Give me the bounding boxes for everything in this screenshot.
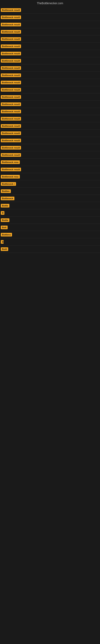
- list-item: Bottleneck result: [0, 166, 100, 173]
- bottleneck-badge: Bottleneck result: [1, 132, 21, 135]
- list-item: Bottleneck result: [0, 72, 100, 79]
- bottleneck-badge: Bottleneck result: [1, 88, 21, 92]
- bottleneck-badge: Bottl: [1, 247, 8, 251]
- site-title: TheBottlenecker.com: [0, 0, 100, 6]
- list-item: Bottlen: [0, 188, 100, 195]
- list-item: Bottleneck result: [0, 14, 100, 21]
- bottleneck-badge: Bottle: [1, 218, 9, 222]
- bottleneck-badge: Bottleneck result: [1, 139, 21, 142]
- list-item: Bottleneck result: [0, 94, 100, 100]
- list-item: Bottleneck: [0, 195, 100, 202]
- list-item: Bottleneck result: [0, 100, 100, 108]
- list-item: Bottleneck r: [0, 180, 100, 188]
- list-item: Bottl: [0, 246, 100, 253]
- list-item: Bottle: [0, 202, 100, 209]
- bottleneck-badge: Bottleneck result: [1, 153, 21, 157]
- bottleneck-badge: Bottleneck result: [1, 117, 21, 120]
- list-item: Bottleneck result: [0, 122, 100, 130]
- bottleneck-badge: Bottleneck: [1, 196, 14, 200]
- bottleneck-badge: Bottleneck resu: [1, 175, 20, 178]
- list-item: Bottleneck resu: [0, 173, 100, 180]
- list-item: Bottleneck result: [0, 50, 100, 57]
- bottleneck-badge: Bottleneck result: [1, 74, 21, 77]
- bottleneck-badge: Bottleneck result: [1, 23, 21, 26]
- list-item: Bottleneck result: [0, 86, 100, 94]
- bottleneck-badge: Bottleneck result: [1, 8, 21, 12]
- list-item: Bottleneck result: [0, 108, 100, 115]
- bottleneck-badge: Bottleneck result: [1, 95, 21, 99]
- list-item: Bottleneck result: [0, 28, 100, 36]
- bottleneck-badge: Bottleneck result: [1, 124, 21, 128]
- bottleneck-badge: Bottleneck result: [1, 16, 21, 19]
- list-item: Bottleneck result: [0, 144, 100, 151]
- list-item: Bottleneck result: [0, 36, 100, 43]
- bottleneck-badge: Bottlens: [1, 233, 12, 236]
- bottleneck-badge: Bottleneck result: [1, 30, 21, 34]
- list-item: Bottleneck result: [0, 57, 100, 64]
- list-item: Bottleneck result: [0, 21, 100, 28]
- bottleneck-badge: B: [1, 240, 3, 244]
- list-item: Bottleneck result: [0, 137, 100, 144]
- bottleneck-badge: Bottleneck result: [1, 102, 21, 106]
- list-item: Bottleneck result: [0, 115, 100, 122]
- list-item: Bottlens: [0, 231, 100, 238]
- list-item: Bott: [0, 224, 100, 231]
- bottleneck-badge: Bottleneck result: [1, 110, 21, 113]
- list-item: Bottleneck result: [0, 151, 100, 158]
- bottleneck-badge: Bottleneck resu: [1, 160, 20, 164]
- bottleneck-badge: Bottleneck result: [1, 168, 21, 171]
- list-item: Bottle: [0, 216, 100, 224]
- list-item: Bottleneck resu: [0, 158, 100, 166]
- list-item: Bottleneck result: [0, 130, 100, 137]
- list-item: Bottleneck result: [0, 6, 100, 14]
- list-item: B: [0, 209, 100, 216]
- results-container: Bottleneck resultBottleneck resultBottle…: [0, 6, 100, 254]
- list-item: Bottleneck result: [0, 64, 100, 72]
- bottleneck-badge: Bottleneck result: [1, 52, 21, 55]
- list-item: Bottleneck result: [0, 43, 100, 50]
- bottleneck-badge: Bottleneck result: [1, 81, 21, 84]
- bottleneck-badge: Bottleneck result: [1, 37, 21, 41]
- list-item: B: [0, 238, 100, 246]
- bottleneck-badge: Bottleneck result: [1, 146, 21, 150]
- bottleneck-badge: Bottleneck result: [1, 59, 21, 62]
- bottleneck-badge: Bottleneck result: [1, 44, 21, 48]
- bottleneck-badge: Bottleneck result: [1, 66, 21, 70]
- list-item: Bottleneck result: [0, 79, 100, 86]
- bottleneck-badge: Bottle: [1, 204, 9, 208]
- bottleneck-badge: B: [1, 211, 4, 215]
- bottleneck-badge: Bott: [1, 226, 8, 229]
- bottleneck-badge: Bottlen: [1, 190, 11, 193]
- page-wrapper: TheBottlenecker.com Bottleneck resultBot…: [0, 0, 100, 644]
- bottleneck-badge: Bottleneck r: [1, 182, 16, 186]
